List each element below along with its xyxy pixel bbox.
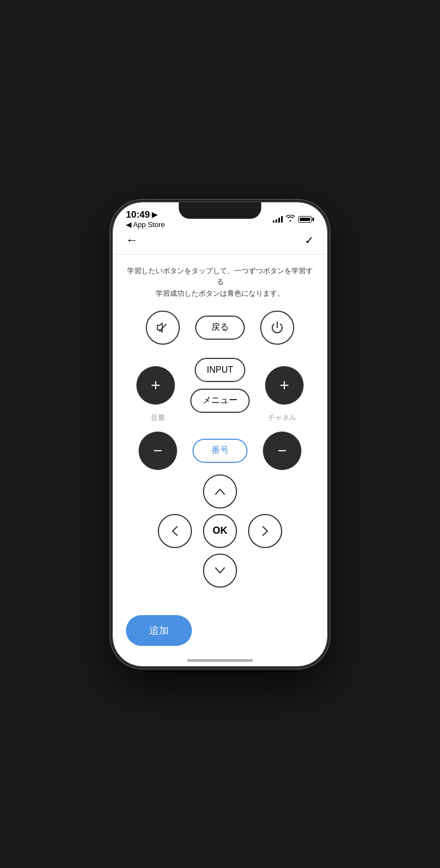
top-row: 戻る	[146, 311, 294, 345]
label-row: 音量 チャネル	[139, 413, 301, 423]
mute-button[interactable]	[146, 311, 180, 345]
back-button[interactable]: ←	[126, 233, 138, 247]
confirm-button[interactable]: ✓	[305, 234, 314, 247]
signal-icon	[273, 216, 283, 223]
left-arrow-icon	[171, 526, 179, 537]
channel-up-button[interactable]: +	[265, 366, 304, 405]
middle-controls: INPUT メニュー	[190, 358, 250, 413]
status-left: 10:49 ▶ ◀ App Store	[126, 209, 165, 229]
power-icon	[270, 320, 284, 335]
home-indicator	[187, 659, 253, 662]
down-arrow-icon	[215, 567, 226, 574]
input-button[interactable]: INPUT	[195, 358, 245, 382]
right-arrow-icon	[261, 526, 269, 537]
status-time: 10:49 ▶	[126, 209, 165, 220]
add-label: 追加	[149, 625, 169, 636]
ch-plus-icon: +	[279, 377, 289, 394]
dpad-down-row	[203, 554, 237, 588]
app-store-label: ◀ App Store	[126, 220, 165, 229]
menu-button[interactable]: メニュー	[190, 389, 250, 413]
status-right	[273, 215, 314, 223]
instruction-line1: 学習したいボタンをタップして、一つずつボタンを学習する	[126, 266, 314, 289]
vol-ch-up-row: + INPUT メニュー +	[136, 358, 304, 413]
ok-label: OK	[213, 525, 228, 537]
vol-ch-down-row: − 番号 −	[139, 432, 301, 470]
add-button[interactable]: 追加	[126, 615, 192, 646]
mute-icon	[155, 320, 170, 335]
volume-label: 音量	[139, 413, 177, 423]
time-display: 10:49	[126, 209, 150, 220]
vol-minus-icon: −	[153, 443, 162, 458]
number-label: 番号	[211, 445, 229, 456]
status-back-label: ◀ App Store	[126, 220, 165, 229]
number-button[interactable]: 番号	[193, 439, 248, 463]
ok-button[interactable]: OK	[203, 514, 237, 548]
wifi-icon	[286, 215, 295, 223]
down-button[interactable]	[203, 554, 237, 588]
volume-up-button[interactable]: +	[136, 366, 175, 405]
channel-down-button[interactable]: −	[263, 432, 301, 470]
bottom-section: 追加	[113, 615, 327, 646]
instruction-text: 学習したいボタンをタップして、一つずつボタンを学習する 学習成功したボタンは青色…	[126, 266, 314, 300]
dpad-section: OK	[158, 474, 282, 588]
instruction-line2: 学習成功したボタンは青色になります。	[126, 288, 314, 300]
volume-down-button[interactable]: −	[139, 432, 177, 470]
power-button[interactable]	[260, 311, 294, 345]
up-arrow-icon	[215, 488, 226, 495]
right-button[interactable]	[248, 514, 282, 548]
svg-line-0	[160, 324, 166, 331]
vol-plus-icon: +	[151, 377, 161, 394]
content-area: 学習したいボタンをタップして、一つずつボタンを学習する 学習成功したボタンは青色…	[113, 255, 327, 599]
ch-minus-icon: −	[278, 443, 287, 458]
channel-label: チャネル	[263, 413, 301, 423]
up-button[interactable]	[203, 474, 237, 508]
menu-label: メニュー	[202, 395, 238, 406]
location-icon: ▶	[152, 211, 157, 219]
left-button[interactable]	[158, 514, 192, 548]
back-button-remote[interactable]: 戻る	[195, 316, 245, 340]
dpad-middle-row: OK	[158, 514, 282, 548]
dpad-up-row	[203, 474, 237, 508]
input-label: INPUT	[207, 365, 233, 375]
nav-bar: ← ✓	[113, 229, 327, 255]
back-label: 戻る	[211, 322, 229, 333]
battery-icon	[298, 216, 314, 223]
